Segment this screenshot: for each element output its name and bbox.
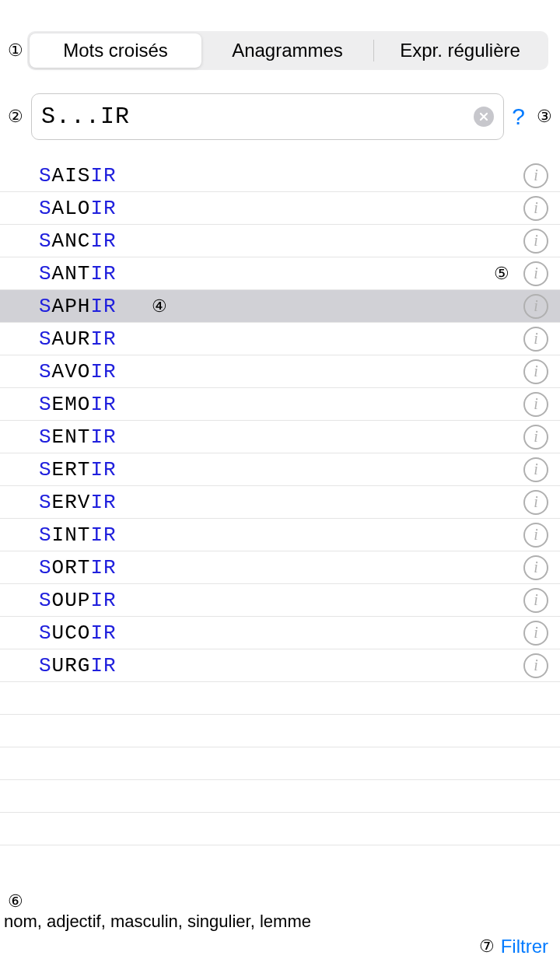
result-word: SALOIR: [39, 197, 523, 220]
result-word: SURGIR: [39, 654, 523, 677]
empty-row: [0, 715, 560, 747]
results-list: SAISIRiSALOIRiSANCIRiSANTIR⑤iSAPHIR④iSAU…: [0, 159, 560, 845]
mode-segmented-control: Mots croisés Anagrammes Expr. régulière: [27, 31, 548, 70]
result-row[interactable]: SOUPIRi: [0, 584, 560, 617]
result-word: SANTIR: [39, 262, 523, 285]
result-row[interactable]: SENTIRi: [0, 421, 560, 453]
annotation-1: ①: [4, 40, 27, 61]
result-word: SAPHIR: [39, 295, 523, 318]
result-word: SAVOIR: [39, 360, 523, 383]
annotation-4: ④: [152, 296, 167, 317]
empty-row: [0, 747, 560, 780]
annotation-5: ⑤: [494, 264, 509, 284]
result-row[interactable]: SORTIRi: [0, 551, 560, 584]
result-row[interactable]: SALOIRi: [0, 192, 560, 225]
result-word: SOUPIR: [39, 589, 523, 612]
info-icon[interactable]: i: [523, 588, 548, 613]
annotation-6: ⑥: [4, 891, 27, 912]
result-row[interactable]: SURGIRi: [0, 649, 560, 682]
result-word: SUCOIR: [39, 621, 523, 645]
info-icon[interactable]: i: [523, 359, 548, 384]
info-icon[interactable]: i: [523, 621, 548, 646]
search-input[interactable]: [41, 103, 474, 130]
bottom-bar: ⑥ nom, adjectif, masculin, singulier, le…: [0, 891, 560, 957]
result-word: SEMOIR: [39, 393, 523, 416]
empty-row: [0, 682, 560, 715]
result-row[interactable]: SANTIR⑤i: [0, 257, 560, 290]
result-word: SERVIR: [39, 491, 523, 514]
annotation-7: ⑦: [479, 936, 495, 957]
result-row[interactable]: SANCIRi: [0, 225, 560, 257]
result-word: SAURIR: [39, 327, 523, 351]
info-icon[interactable]: i: [523, 294, 548, 319]
result-row[interactable]: SAISIRi: [0, 159, 560, 192]
filter-description: nom, adjectif, masculin, singulier, lemm…: [4, 912, 548, 932]
info-icon[interactable]: i: [523, 490, 548, 515]
result-row[interactable]: SINTIRi: [0, 519, 560, 551]
result-word: SORTIR: [39, 556, 523, 579]
tab-regex[interactable]: Expr. régulière: [374, 33, 546, 68]
clear-icon[interactable]: [474, 107, 494, 127]
result-word: SENTIR: [39, 425, 523, 449]
info-icon[interactable]: i: [523, 229, 548, 254]
annotation-2: ②: [4, 107, 27, 127]
result-row[interactable]: SAURIRi: [0, 323, 560, 355]
tab-crosswords[interactable]: Mots croisés: [30, 33, 201, 68]
info-icon[interactable]: i: [523, 523, 548, 548]
info-icon[interactable]: i: [523, 327, 548, 352]
filter-button[interactable]: Filtrer: [501, 936, 548, 957]
result-row[interactable]: SEMOIRi: [0, 388, 560, 421]
result-row[interactable]: SUCOIRi: [0, 617, 560, 649]
result-word: SANCIR: [39, 229, 523, 253]
result-row[interactable]: SERVIRi: [0, 486, 560, 519]
annotation-3: ③: [533, 107, 556, 127]
result-word: SERTIR: [39, 458, 523, 481]
info-icon[interactable]: i: [523, 196, 548, 221]
result-word: SAISIR: [39, 164, 523, 187]
result-row[interactable]: SERTIRi: [0, 453, 560, 486]
tab-anagrams[interactable]: Anagrammes: [201, 33, 373, 68]
result-row[interactable]: SAPHIR④i: [0, 290, 560, 323]
result-row[interactable]: SAVOIRi: [0, 355, 560, 388]
info-icon[interactable]: i: [523, 163, 548, 188]
search-box: [31, 93, 504, 140]
info-icon[interactable]: i: [523, 261, 548, 286]
empty-row: [0, 780, 560, 813]
help-button[interactable]: ?: [508, 103, 529, 130]
info-icon[interactable]: i: [523, 653, 548, 678]
info-icon[interactable]: i: [523, 425, 548, 450]
info-icon[interactable]: i: [523, 457, 548, 482]
empty-row: [0, 813, 560, 845]
result-word: SINTIR: [39, 523, 523, 547]
info-icon[interactable]: i: [523, 392, 548, 417]
info-icon[interactable]: i: [523, 555, 548, 580]
